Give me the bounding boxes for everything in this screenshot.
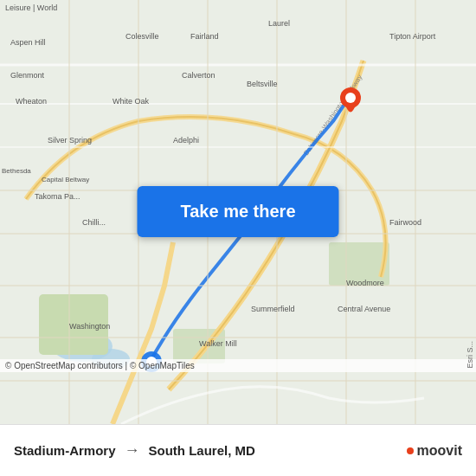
svg-point-45	[345, 93, 356, 103]
svg-text:Bethesda: Bethesda	[2, 167, 31, 175]
svg-text:Adelphi: Adelphi	[173, 136, 199, 145]
svg-text:Takoma Pa...: Takoma Pa...	[35, 192, 80, 201]
to-destination-label: South Laurel, MD	[149, 443, 255, 458]
svg-text:Beltsville: Beltsville	[247, 80, 278, 88]
svg-text:Walker Mill: Walker Mill	[199, 339, 237, 348]
svg-text:Tipton Airport: Tipton Airport	[389, 32, 436, 41]
svg-text:White Oak: White Oak	[113, 97, 150, 106]
direction-arrow-icon: →	[125, 441, 140, 460]
bottom-bar: Stadium-Armory → South Laurel, MD moovit	[0, 424, 476, 476]
svg-text:Summerfield: Summerfield	[251, 305, 295, 313]
svg-text:Fairland: Fairland	[190, 32, 219, 41]
from-station-label: Stadium-Armory	[14, 443, 116, 458]
svg-text:Washington: Washington	[69, 322, 110, 331]
map-container: Baltimore-Washington Parkway Aspen Hill …	[0, 0, 476, 424]
svg-text:Laurel: Laurel	[268, 19, 290, 28]
svg-text:Colesville: Colesville	[125, 32, 159, 41]
svg-text:Aspen Hill: Aspen Hill	[10, 38, 46, 47]
svg-text:Fairwood: Fairwood	[389, 218, 421, 227]
moovit-logo: moovit	[407, 443, 462, 459]
svg-text:Silver Spring: Silver Spring	[48, 136, 92, 145]
svg-text:Central Avenue: Central Avenue	[338, 305, 390, 313]
moovit-brand-text: moovit	[417, 443, 462, 459]
svg-text:Wheaton: Wheaton	[16, 97, 47, 106]
take-me-there-button[interactable]: Take me there	[137, 186, 338, 237]
svg-text:Glenmont: Glenmont	[10, 71, 45, 80]
svg-text:Chilli...: Chilli...	[82, 218, 106, 227]
svg-text:Woodmore: Woodmore	[346, 279, 384, 287]
leisure-world-label: Leisure | World	[5, 3, 57, 12]
svg-text:Calverton: Calverton	[182, 71, 215, 80]
moovit-dot-icon	[407, 447, 414, 454]
map-attribution: © OpenStreetMap contributors | © OpenMap…	[0, 359, 476, 372]
esri-label: Esri S...	[466, 341, 474, 369]
svg-text:Capital Beltway: Capital Beltway	[42, 176, 89, 183]
